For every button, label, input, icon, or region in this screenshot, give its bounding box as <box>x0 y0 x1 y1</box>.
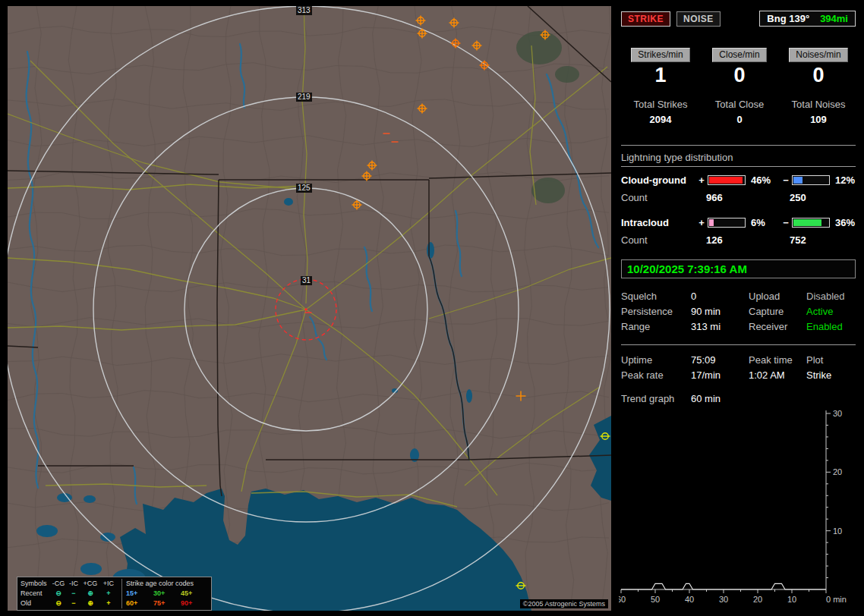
svg-text:10: 10 <box>833 526 842 536</box>
recent-neg-cg-icon: ⊖ <box>51 589 66 599</box>
legend-symbols-header: Symbols <box>20 579 51 589</box>
svg-text:50: 50 <box>651 595 660 604</box>
count-label: Count <box>621 192 697 203</box>
persistence-value: 90 min <box>691 304 749 319</box>
svg-text:20: 20 <box>753 595 762 604</box>
noise-mode-button[interactable]: NOISE <box>676 11 721 27</box>
legend-col-pos-cg: +CG <box>81 579 99 589</box>
svg-text:30: 30 <box>719 595 728 604</box>
legend-col-neg-cg: -CG <box>51 579 66 589</box>
legend-col-neg-ic: -IC <box>66 579 81 589</box>
count-label: Count <box>621 234 697 246</box>
intracloud-row: Intracloud + 6% − 36% <box>621 217 858 228</box>
persistence-label: Persistence <box>621 304 691 319</box>
trend-graph-range: 60 min <box>691 393 721 404</box>
range-ring-label: 31 <box>301 276 312 285</box>
total-noises-value: 109 <box>779 114 858 125</box>
legend-row-old: Old <box>20 599 51 608</box>
old-neg-cg-icon: ⊖ <box>51 599 66 608</box>
range-ring-label: 313 <box>296 6 312 15</box>
svg-text:20: 20 <box>833 467 842 476</box>
ic-minus-count: 752 <box>790 234 806 246</box>
squelch-label: Squelch <box>621 289 691 304</box>
recent-pos-ic-icon: + <box>99 589 118 599</box>
ic-minus-percent: 36% <box>831 217 864 228</box>
ic-minus-bar <box>792 218 830 228</box>
app-window: 31321912531 Symbols -CG -IC +CG +IC Rece… <box>0 0 864 616</box>
close-per-min-value: 0 <box>700 64 779 86</box>
total-strikes-value: 2094 <box>621 114 700 125</box>
old-pos-cg-icon: ⊕ <box>81 599 99 608</box>
age-codes-title: Strike age color codes <box>126 579 208 589</box>
legend-row-recent: Recent <box>20 589 51 599</box>
ic-plus-bar <box>708 218 746 228</box>
peak-time-label: Peak time <box>749 353 806 368</box>
strike-mode-button[interactable]: STRIKE <box>621 11 670 27</box>
ic-plus-percent: 6% <box>747 217 781 228</box>
trend-graph-label: Trend graph <box>621 393 691 404</box>
svg-text:0 min: 0 min <box>826 595 847 604</box>
age-color-legend: Strike age color codes 15+ 30+ 45+ 60+ 7… <box>121 579 208 608</box>
range-ring-label: 219 <box>296 93 312 102</box>
status-panel: STRIKE NOISE Bng 139° 394mi Strikes/min … <box>619 0 858 616</box>
total-noises-label: Total Noises <box>779 99 858 110</box>
trend-graph-header: Trend graph 60 min <box>621 393 858 404</box>
plot-label: Plot <box>806 353 856 368</box>
strikes-per-min-value: 1 <box>621 64 700 86</box>
intracloud-label: Intracloud <box>621 217 697 228</box>
svg-text:60: 60 <box>619 595 626 604</box>
cg-plus-bar <box>708 175 746 185</box>
receiver-status: Enabled <box>806 319 858 335</box>
recent-pos-cg-icon: ⊕ <box>81 589 99 599</box>
range-value: 313 mi <box>691 319 749 335</box>
distribution-title: Lightning type distribution <box>621 152 856 167</box>
session-stats: Uptime 75:09 Peak time Plot Peak rate 17… <box>621 344 856 383</box>
trend-axis-labels: 3020106050403020100 min <box>619 409 847 604</box>
plot-value: Strike <box>806 368 856 383</box>
strikes-per-min-label: Strikes/min <box>631 48 689 62</box>
noises-per-min-value: 0 <box>779 64 858 86</box>
age-45: 45+ <box>181 589 208 599</box>
plus-sign: + <box>697 174 706 186</box>
squelch-value: 0 <box>691 289 749 304</box>
minus-sign: − <box>781 174 790 186</box>
bearing-value: 394mi <box>820 13 848 24</box>
trend-data-line <box>621 583 826 589</box>
uptime-value: 75:09 <box>691 353 749 368</box>
age-30: 30+ <box>153 589 181 599</box>
capture-status: Active <box>806 304 858 319</box>
ic-plus-count: 126 <box>697 234 790 246</box>
lightning-map[interactable]: 31321912531 Symbols -CG -IC +CG +IC Rece… <box>8 6 611 611</box>
svg-text:40: 40 <box>685 595 694 604</box>
bearing-label: Bng 139° <box>767 13 809 24</box>
minus-sign: − <box>781 217 790 228</box>
range-ring-label: 125 <box>296 184 312 193</box>
age-90: 90+ <box>181 599 208 608</box>
peak-time-value: 1:02 AM <box>749 368 806 383</box>
symbol-legend: Symbols -CG -IC +CG +IC Recent ⊖ − ⊕ + O… <box>20 579 118 608</box>
receiver-label: Receiver <box>749 319 806 335</box>
trend-graph: 3020106050403020100 min <box>619 407 858 614</box>
svg-text:10: 10 <box>787 595 796 604</box>
cg-minus-count: 250 <box>790 192 806 203</box>
svg-text:30: 30 <box>833 409 842 418</box>
cg-plus-percent: 46% <box>747 174 781 186</box>
cloud-ground-counts: Count 966 250 <box>621 192 858 203</box>
trend-axis-ticks <box>621 413 831 593</box>
age-15: 15+ <box>126 589 153 599</box>
recent-neg-ic-icon: − <box>66 589 81 599</box>
plus-sign: + <box>697 217 706 228</box>
intracloud-counts: Count 126 752 <box>621 234 858 246</box>
capture-label: Capture <box>749 304 806 319</box>
cloud-ground-row: Cloud-ground + 46% − 12% <box>621 174 858 186</box>
receiver-settings: Squelch 0 Upload Disabled Persistence 90… <box>621 289 858 335</box>
old-neg-ic-icon: − <box>66 599 81 608</box>
legend-col-pos-ic: +IC <box>99 579 118 589</box>
cg-minus-bar <box>792 175 830 185</box>
divider <box>621 145 856 146</box>
rate-values-row: 1 0 0 <box>621 64 858 86</box>
close-per-min-label: Close/min <box>712 48 766 62</box>
noises-per-min-label: Noises/min <box>789 48 847 62</box>
cg-plus-count: 966 <box>697 192 790 203</box>
range-label: Range <box>621 319 691 335</box>
